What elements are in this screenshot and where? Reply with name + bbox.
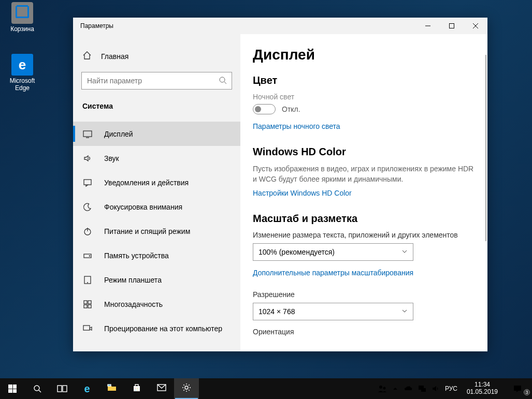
advanced-scaling-link[interactable]: Дополнительные параметры масштабирования: [253, 269, 413, 277]
tray-chevron-up[interactable]: [392, 386, 398, 392]
scale-value: 100% (рекомендуется): [258, 248, 335, 256]
taskbar-settings[interactable]: [174, 378, 199, 399]
taskbar-mail[interactable]: [149, 378, 174, 399]
sidebar-item-label: Многозадачность: [104, 300, 163, 308]
svg-rect-35: [514, 386, 521, 391]
svg-point-12: [89, 255, 90, 256]
close-button[interactable]: [464, 18, 487, 34]
chevron-down-icon: [401, 307, 408, 316]
svg-line-21: [39, 390, 41, 392]
window-title: Параметры: [73, 22, 416, 29]
svg-point-32: [383, 387, 385, 390]
sidebar-item-sound[interactable]: Звук: [73, 146, 240, 170]
section-label: Система: [73, 99, 240, 116]
home-label: Главная: [101, 52, 128, 61]
svg-rect-25: [135, 388, 137, 389]
sidebar-item-label: Уведомления и действия: [104, 179, 189, 187]
clock-date: 01.05.2019: [467, 389, 498, 396]
desktop-icon-recycle-bin[interactable]: Корзина: [3, 2, 41, 33]
hd-color-description: Пусть изображения в видео, играх и прило…: [253, 164, 475, 184]
sidebar-item-projecting[interactable]: Проецирование на этот компьютер: [73, 316, 240, 341]
clock-time: 11:34: [467, 381, 498, 389]
store-icon: [132, 383, 141, 394]
taskbar: e РУС 11:34 01.05.2019 3: [0, 378, 532, 399]
gear-icon: [182, 383, 191, 394]
taskbar-explorer[interactable]: [99, 378, 124, 399]
notification-icon: [513, 384, 522, 393]
maximize-button[interactable]: [440, 18, 464, 34]
storage-icon: [82, 251, 93, 260]
edge-icon: e: [11, 54, 33, 76]
tray-people[interactable]: [378, 384, 387, 393]
svg-point-31: [379, 386, 382, 389]
desktop-icon-label: Microsoft Edge: [3, 77, 41, 92]
svg-rect-26: [137, 388, 139, 389]
start-button[interactable]: [0, 378, 25, 399]
sidebar-item-label: Память устройства: [104, 252, 169, 260]
sidebar-item-tablet[interactable]: Режим планшета: [73, 268, 240, 292]
edge-icon: e: [84, 383, 90, 395]
tray-volume[interactable]: [432, 385, 440, 393]
power-icon: [82, 227, 93, 236]
scale-dropdown[interactable]: 100% (рекомендуется): [253, 243, 413, 261]
mail-icon: [156, 383, 167, 394]
sidebar-item-label: Дисплей: [104, 130, 133, 138]
folder-icon: [107, 383, 117, 394]
svg-rect-24: [108, 385, 111, 386]
sidebar-item-label: Питание и спящий режим: [104, 227, 190, 235]
night-light-state: Откл.: [282, 105, 300, 113]
scale-label: Изменение размера текста, приложений и д…: [253, 231, 475, 239]
sidebar-item-multitask[interactable]: Многозадачность: [73, 292, 240, 316]
color-heading: Цвет: [253, 75, 475, 86]
sidebar-item-label: Звук: [104, 154, 119, 162]
settings-window: Параметры Главная Система Дисплей: [73, 18, 487, 351]
night-light-label: Ночной свет: [253, 93, 475, 101]
svg-rect-19: [83, 326, 90, 330]
svg-rect-23: [63, 386, 67, 392]
task-view-button[interactable]: [50, 378, 75, 399]
taskbar-store[interactable]: [124, 378, 149, 399]
tray-network[interactable]: [418, 385, 426, 393]
svg-rect-6: [83, 131, 92, 137]
sidebar-nav: Дисплей Звук Уведомления и действия Фоку…: [73, 122, 240, 351]
night-light-settings-link[interactable]: Параметры ночного света: [253, 122, 340, 130]
content-pane: Дисплей Цвет Ночной свет Откл. Параметры…: [240, 34, 487, 351]
minimize-button[interactable]: [416, 18, 440, 34]
desktop-icon-edge[interactable]: e Microsoft Edge: [3, 54, 41, 92]
svg-point-4: [220, 77, 225, 82]
sidebar-item-storage[interactable]: Память устройства: [73, 243, 240, 268]
resolution-dropdown[interactable]: 1024 × 768: [253, 303, 413, 320]
svg-point-30: [185, 386, 188, 389]
moon-icon: [82, 202, 93, 212]
search-input[interactable]: [81, 72, 232, 90]
action-center-button[interactable]: 3: [507, 384, 528, 393]
tray-onedrive[interactable]: [404, 385, 413, 392]
resolution-value: 1024 × 768: [258, 307, 295, 316]
taskbar-edge[interactable]: e: [75, 378, 99, 399]
search-wrap: [81, 72, 232, 90]
sidebar-item-display[interactable]: Дисплей: [73, 122, 240, 146]
tray-language[interactable]: РУС: [445, 385, 457, 392]
search-button[interactable]: [25, 378, 50, 399]
sidebar: Главная Система Дисплей Звук Уведомлени: [73, 34, 240, 351]
tray-clock[interactable]: 11:34 01.05.2019: [463, 381, 502, 396]
home-button[interactable]: Главная: [73, 47, 240, 66]
home-icon: [82, 51, 92, 62]
sidebar-item-notifications[interactable]: Уведомления и действия: [73, 170, 240, 195]
svg-rect-16: [88, 301, 91, 304]
sidebar-item-power[interactable]: Питание и спящий режим: [73, 219, 240, 243]
desktop-icon-label: Корзина: [3, 25, 41, 33]
search-icon: [219, 76, 227, 86]
speaker-icon: [82, 154, 93, 163]
hd-color-link[interactable]: Настройки Windows HD Color: [253, 189, 352, 197]
svg-point-20: [34, 386, 39, 391]
svg-line-5: [224, 82, 226, 84]
night-light-toggle[interactable]: [253, 104, 276, 114]
svg-rect-34: [421, 388, 426, 392]
svg-rect-8: [84, 180, 91, 185]
sidebar-item-focus[interactable]: Фокусировка внимания: [73, 195, 240, 219]
tablet-icon: [82, 275, 93, 285]
scrollbar[interactable]: [485, 55, 486, 241]
message-icon: [82, 178, 93, 187]
svg-rect-28: [137, 390, 139, 391]
